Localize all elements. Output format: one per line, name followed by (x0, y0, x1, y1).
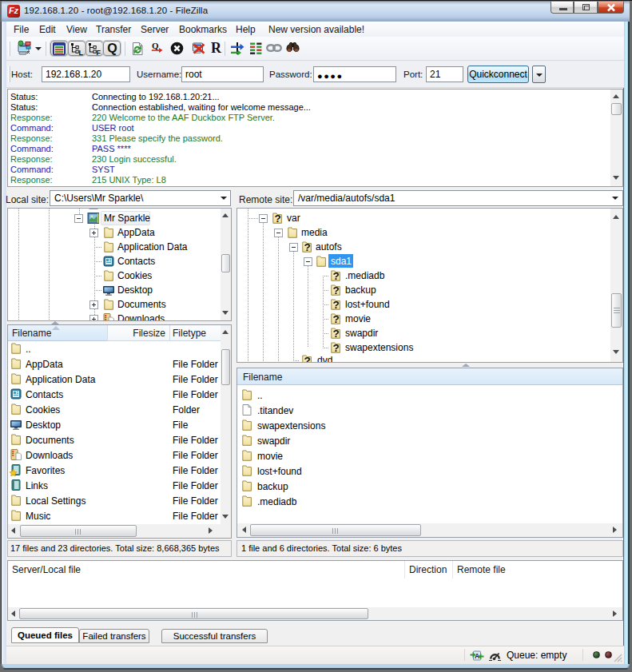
svg-text:?: ? (333, 270, 340, 282)
svg-text:?: ? (304, 355, 311, 363)
svg-text:L: L (79, 49, 84, 56)
svg-text:A: A (475, 652, 479, 660)
svg-text:F: F (97, 49, 101, 56)
svg-text:?: ? (275, 213, 281, 225)
svg-text:?: ? (304, 241, 311, 253)
svg-text:?: ? (333, 328, 340, 340)
svg-text:?: ? (333, 342, 340, 354)
svg-text:?: ? (333, 299, 340, 311)
svg-text:?: ? (333, 313, 340, 325)
svg-text:Q: Q (152, 41, 159, 50)
svg-text:?: ? (333, 284, 340, 296)
